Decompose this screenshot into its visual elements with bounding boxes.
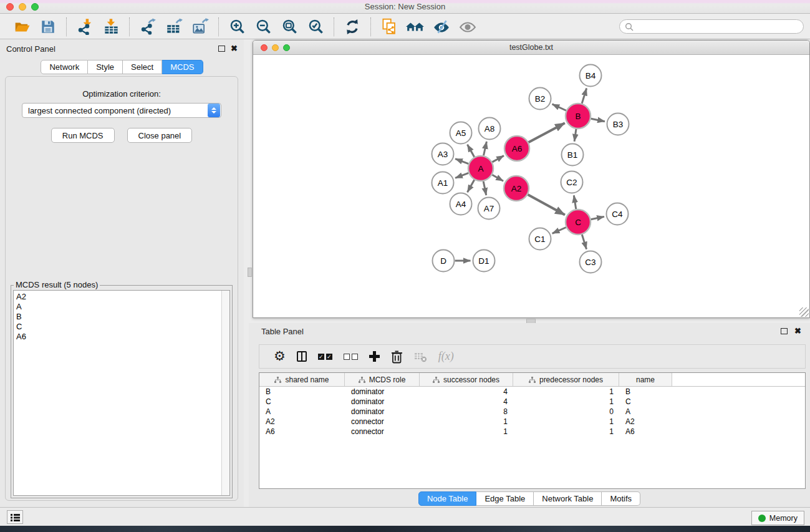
mcds-result-list[interactable]: A2ABCA6 — [13, 290, 230, 496]
table-cell[interactable]: dominator — [345, 397, 420, 407]
float-panel-icon[interactable] — [218, 46, 225, 52]
table-cell[interactable]: 0 — [513, 407, 619, 417]
edge-B-B2[interactable] — [552, 104, 566, 110]
graph-node-C[interactable]: C — [566, 210, 591, 235]
graph-node-C3[interactable]: C3 — [580, 251, 602, 273]
zoom-fit-button[interactable] — [280, 17, 299, 36]
table-cell[interactable]: 1 — [513, 427, 619, 437]
edge-A-A4[interactable] — [468, 180, 475, 192]
graph-node-A5[interactable]: A5 — [450, 122, 472, 144]
table-cell[interactable]: 1 — [420, 427, 513, 437]
result-item[interactable]: C — [16, 322, 229, 332]
resize-grip-icon[interactable] — [799, 307, 809, 317]
graph-node-B4[interactable]: B4 — [580, 65, 602, 87]
import-network-button[interactable] — [75, 17, 94, 36]
zoom-selected-button[interactable] — [306, 17, 325, 36]
edge-C-C2[interactable] — [574, 195, 576, 209]
tab-style[interactable]: Style — [88, 60, 123, 74]
delete-table-button-disabled[interactable] — [414, 351, 427, 362]
unselect-all-columns-button[interactable] — [344, 354, 358, 360]
table-cell[interactable]: A — [259, 407, 345, 417]
table-cell[interactable]: 1 — [513, 387, 619, 397]
table-tab-network-table[interactable]: Network Table — [534, 491, 602, 506]
table-settings-button[interactable]: ⚙ — [274, 350, 286, 363]
show-hide-button[interactable] — [458, 17, 477, 36]
column-header-shared-name[interactable]: shared name — [259, 373, 345, 386]
select-all-columns-button[interactable]: ✓✓ — [318, 354, 332, 360]
table-cell[interactable]: dominator — [345, 407, 420, 417]
edge-A-A5[interactable] — [468, 145, 475, 157]
criterion-dropdown[interactable]: largest connected component (directed) — [22, 103, 221, 118]
edge-A-A6[interactable] — [492, 156, 504, 162]
close-panel-button[interactable]: Close panel — [127, 128, 193, 143]
graph-node-D1[interactable]: D1 — [473, 250, 495, 272]
tab-select[interactable]: Select — [123, 60, 162, 74]
graph-node-B1[interactable]: B1 — [562, 144, 584, 166]
edge-A-A8[interactable] — [483, 142, 486, 155]
search-input[interactable] — [634, 21, 803, 32]
graph-node-A1[interactable]: A1 — [432, 172, 454, 194]
zoom-out-button[interactable] — [254, 17, 272, 36]
table-tab-edge-table[interactable]: Edge Table — [476, 491, 534, 506]
network-window-titlebar[interactable]: testGlobe.txt — [253, 41, 809, 55]
graph-node-A8[interactable]: A8 — [479, 118, 501, 140]
table-tab-motifs[interactable]: Motifs — [602, 491, 640, 506]
table-cell[interactable]: A6 — [259, 427, 345, 437]
edge-A-A1[interactable] — [455, 173, 468, 178]
edge-B-B1[interactable] — [574, 129, 576, 142]
table-cell[interactable]: 4 — [420, 387, 513, 397]
graph-node-A3[interactable]: A3 — [432, 143, 454, 165]
table-cell[interactable]: A6 — [619, 427, 672, 437]
run-mcds-button[interactable]: Run MCDS — [51, 128, 115, 143]
table-cell[interactable]: A — [619, 407, 672, 417]
show-columns-button[interactable] — [297, 351, 307, 362]
graph-node-B[interactable]: B — [566, 104, 591, 128]
float-table-panel-icon[interactable] — [781, 328, 788, 334]
graph-node-C4[interactable]: C4 — [607, 203, 629, 225]
column-header-name[interactable]: name — [619, 373, 672, 386]
table-cell[interactable]: dominator — [345, 387, 420, 397]
table-cell[interactable]: 8 — [420, 407, 513, 417]
function-builder-button-disabled[interactable]: f(x) — [438, 350, 454, 363]
export-image-button[interactable] — [191, 17, 210, 36]
edge-C-C3[interactable] — [582, 235, 586, 249]
edge-A-A7[interactable] — [483, 181, 486, 195]
table-cell[interactable]: A2 — [619, 417, 672, 427]
result-item[interactable]: A — [16, 302, 229, 312]
graph-node-C2[interactable]: C2 — [561, 172, 583, 193]
memory-button[interactable]: Memory — [751, 511, 804, 525]
edge-A-A2[interactable] — [492, 175, 503, 181]
export-table-button[interactable] — [165, 17, 183, 36]
table-cell[interactable]: C — [619, 397, 672, 407]
table-cell[interactable]: B — [619, 387, 672, 397]
ui-settings-menu-button[interactable] — [7, 510, 23, 524]
result-item[interactable]: B — [16, 312, 229, 322]
table-cell[interactable]: connector — [345, 427, 420, 437]
refresh-button[interactable] — [343, 17, 362, 36]
toggle-graphics-details-button[interactable] — [432, 17, 451, 36]
export-network-button[interactable] — [138, 17, 157, 36]
graph-node-B3[interactable]: B3 — [607, 114, 629, 135]
table-row[interactable]: Cdominator41C — [259, 397, 805, 407]
close-table-panel-icon[interactable]: ✖ — [794, 326, 801, 336]
column-header-predecessor-nodes[interactable]: predecessor nodes — [513, 373, 619, 386]
network-canvas[interactable]: B4B2BB3A8A5A6A3B1AC2A1A2A4A7C4CC1C3DD1 — [253, 56, 809, 317]
clone-network-button[interactable] — [380, 17, 398, 36]
table-cell[interactable]: 1 — [513, 397, 619, 407]
search-field[interactable] — [619, 19, 804, 34]
edge-A-A3[interactable] — [455, 159, 468, 164]
graph-node-D[interactable]: D — [433, 250, 455, 272]
edge-C-C1[interactable] — [552, 227, 566, 233]
graph-node-A2[interactable]: A2 — [504, 176, 529, 201]
graph-node-A7[interactable]: A7 — [478, 198, 500, 220]
table-cell[interactable]: A2 — [259, 417, 345, 427]
create-column-button[interactable] — [369, 351, 380, 362]
save-session-button[interactable] — [39, 17, 57, 36]
graph-node-A6[interactable]: A6 — [504, 136, 529, 161]
table-cell[interactable]: 1 — [513, 417, 619, 427]
edge-C-C4[interactable] — [591, 216, 604, 219]
delete-column-button[interactable] — [391, 350, 403, 364]
vertical-splitter-handle[interactable] — [248, 268, 252, 277]
result-scrollbar[interactable] — [221, 291, 229, 495]
import-table-button[interactable] — [102, 17, 120, 36]
